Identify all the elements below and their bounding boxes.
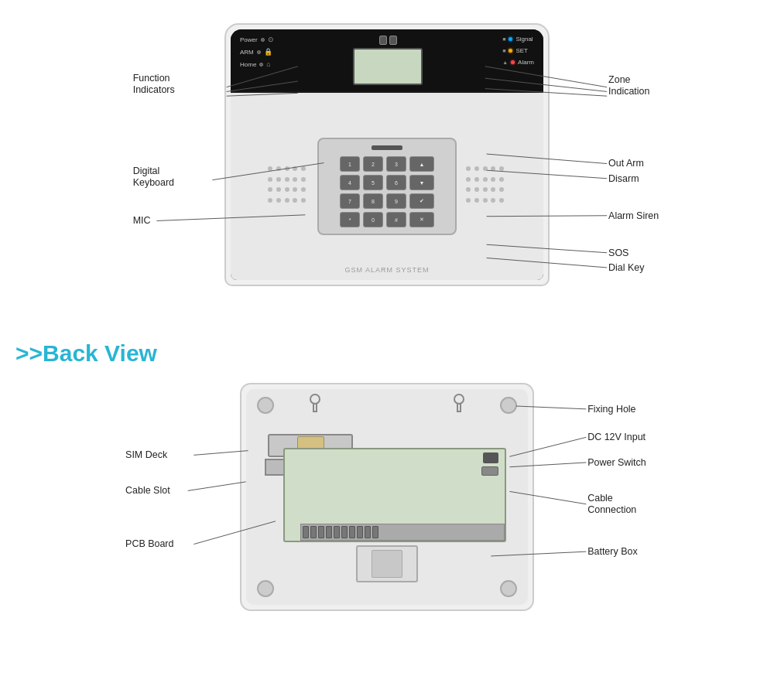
svg-text:Fixing Hole: Fixing Hole bbox=[587, 404, 635, 415]
mic-dot bbox=[285, 187, 289, 192]
left-indicators: Power ⊙ ARM 🔒 Home ⌂ bbox=[240, 36, 274, 68]
key-5[interactable]: 5 bbox=[363, 175, 383, 190]
mic-dot bbox=[268, 166, 272, 171]
svg-text:DC 12V Input: DC 12V Input bbox=[587, 432, 646, 442]
svg-text:Indication: Indication bbox=[608, 86, 649, 97]
svg-text:Alarm Siren: Alarm Siren bbox=[608, 210, 659, 221]
svg-text:MIC: MIC bbox=[133, 215, 151, 226]
back-view-title: >>Back View bbox=[15, 340, 759, 367]
key-8[interactable]: 8 bbox=[363, 193, 383, 209]
middle-section: 1 2 3 ▲ 4 5 6 ▼ 7 8 bbox=[231, 93, 543, 280]
keyhole-slot bbox=[457, 403, 461, 412]
speaker-dot bbox=[474, 177, 479, 182]
device-back bbox=[240, 383, 534, 611]
pcb-board bbox=[283, 448, 506, 542]
arm-icon: 🔒 bbox=[264, 48, 272, 56]
fixing-hole-br bbox=[500, 580, 517, 597]
svg-text:PCB Board: PCB Board bbox=[125, 538, 173, 549]
signal-led bbox=[509, 37, 512, 41]
key-confirm[interactable]: ✔ bbox=[409, 193, 434, 209]
speaker-dot bbox=[466, 187, 471, 192]
sim-icon-1 bbox=[379, 36, 387, 45]
conn-pin bbox=[349, 526, 355, 538]
mic-dot bbox=[301, 187, 306, 192]
speaker-dot bbox=[483, 177, 488, 182]
key-hash[interactable]: # bbox=[386, 212, 406, 227]
key-2[interactable]: 2 bbox=[363, 156, 383, 172]
mic-dot bbox=[285, 177, 289, 182]
key-down[interactable]: ▼ bbox=[409, 175, 434, 190]
speaker-dot bbox=[474, 166, 479, 171]
key-9[interactable]: 9 bbox=[386, 193, 406, 209]
keyhole-slot bbox=[313, 403, 317, 412]
speaker-dot bbox=[499, 198, 504, 203]
svg-text:Disarm: Disarm bbox=[608, 173, 639, 184]
alarm-led bbox=[511, 60, 515, 64]
speaker-dot bbox=[466, 166, 471, 171]
svg-text:Keyboard: Keyboard bbox=[133, 177, 174, 188]
power-switch bbox=[481, 466, 498, 476]
svg-text:Power Switch: Power Switch bbox=[587, 457, 646, 468]
lcd-screen bbox=[353, 48, 423, 85]
set-led bbox=[509, 49, 512, 53]
mic-dot bbox=[276, 187, 281, 192]
conn-pin bbox=[357, 526, 363, 538]
mic-dot bbox=[276, 166, 281, 171]
key-4[interactable]: 4 bbox=[340, 175, 360, 190]
power-icon: ⊙ bbox=[268, 36, 274, 43]
mic-dot bbox=[293, 177, 297, 182]
key-up[interactable]: ▲ bbox=[409, 156, 434, 172]
back-view-section: >>Back View bbox=[15, 340, 759, 619]
conn-pin bbox=[326, 526, 332, 538]
power-indicator: Power ⊙ bbox=[240, 36, 274, 43]
key-6[interactable]: 6 bbox=[386, 175, 406, 190]
mic-dot bbox=[268, 187, 272, 192]
conn-pin bbox=[341, 526, 348, 538]
top-panel: Power ⊙ ARM 🔒 Home ⌂ bbox=[231, 29, 543, 91]
svg-text:SOS: SOS bbox=[608, 248, 628, 258]
center-top bbox=[353, 36, 423, 85]
speaker-dot bbox=[491, 166, 495, 171]
key-7[interactable]: 7 bbox=[340, 193, 360, 209]
speaker-dot bbox=[499, 177, 504, 182]
speaker-dot bbox=[474, 187, 479, 192]
keyhole-right bbox=[452, 394, 466, 412]
conn-pin bbox=[310, 526, 317, 538]
mic-dot bbox=[276, 177, 281, 182]
svg-text:Cable: Cable bbox=[587, 493, 613, 504]
mic-dot bbox=[301, 177, 306, 182]
set-indicator: ■ SET bbox=[502, 47, 534, 54]
mic-dot bbox=[285, 166, 289, 171]
speaker-area bbox=[463, 163, 509, 210]
key-cancel[interactable]: ✕ bbox=[409, 212, 434, 227]
key-star[interactable]: * bbox=[340, 212, 360, 227]
speaker-dot bbox=[499, 187, 504, 192]
speaker-dot bbox=[474, 198, 479, 203]
power-led bbox=[261, 38, 265, 42]
mic-dot bbox=[301, 166, 306, 171]
function-indicators-label: Function bbox=[133, 73, 170, 84]
key-0[interactable]: 0 bbox=[363, 212, 383, 227]
conn-pin bbox=[303, 526, 309, 538]
keyboard-area: 1 2 3 ▲ 4 5 6 ▼ 7 8 bbox=[317, 138, 457, 235]
alarm-indicator: ▲ Alarm bbox=[502, 59, 534, 66]
device-front: Power ⊙ ARM 🔒 Home ⌂ bbox=[224, 23, 550, 286]
svg-line-38 bbox=[188, 482, 246, 491]
key-1[interactable]: 1 bbox=[340, 156, 360, 172]
kb-row-1: 1 2 3 ▲ bbox=[325, 156, 449, 172]
battery-door bbox=[372, 550, 402, 578]
fixing-hole-tr bbox=[500, 397, 517, 414]
svg-text:Digital: Digital bbox=[133, 166, 160, 176]
mic-dot bbox=[293, 187, 297, 192]
right-indicators: ■ Signal ■ SET ▲ Alarm bbox=[502, 36, 534, 66]
speaker-dot bbox=[466, 198, 471, 203]
svg-text:Indicators: Indicators bbox=[133, 84, 175, 95]
key-3[interactable]: 3 bbox=[386, 156, 406, 172]
home-indicator: Home ⌂ bbox=[240, 60, 274, 68]
cable-connection bbox=[300, 524, 505, 541]
dc-input bbox=[483, 452, 498, 463]
keyhole-left bbox=[308, 394, 322, 412]
conn-pin bbox=[372, 526, 378, 538]
svg-text:Battery Box: Battery Box bbox=[587, 546, 638, 557]
mic-dot bbox=[276, 198, 281, 203]
